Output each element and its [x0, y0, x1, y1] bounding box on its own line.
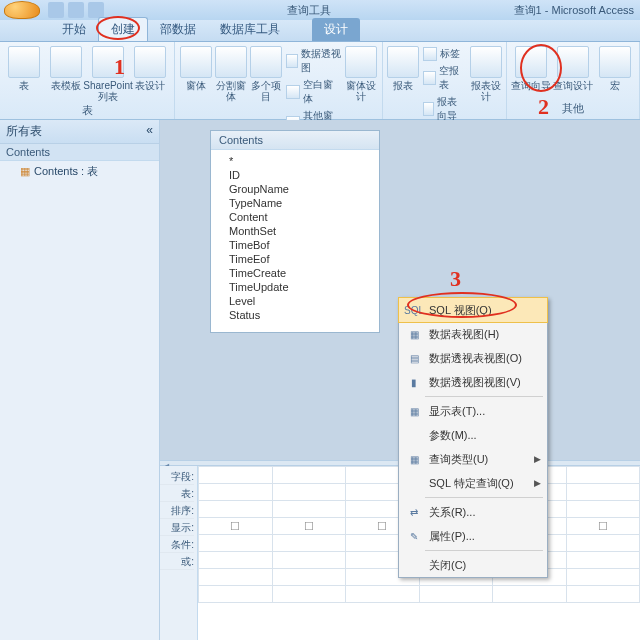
btn-table[interactable]: 表 [4, 44, 44, 102]
grid-cell[interactable] [199, 552, 273, 569]
tab-design[interactable]: 设计 [312, 18, 360, 41]
grid-cell[interactable] [199, 586, 273, 603]
grid-cell[interactable] [199, 484, 273, 501]
ctx-properties[interactable]: ✎属性(P)... [399, 524, 547, 548]
arrow-right-icon: ▶ [534, 478, 541, 488]
group-other: 查询向导 查询设计 宏 其他 [507, 42, 640, 119]
office-orb[interactable] [4, 1, 40, 19]
grid-cell[interactable] [493, 586, 567, 603]
grid-cell[interactable] [199, 535, 273, 552]
ctx-parameters[interactable]: 参数(M)... [399, 423, 547, 447]
field-item[interactable]: TimeEof [229, 252, 371, 266]
btn-blank-form[interactable]: 空白窗体 [284, 77, 343, 107]
ctx-sql-view[interactable]: SQLSQL 视图(Q) [398, 297, 548, 323]
field-item[interactable]: Status [229, 308, 371, 322]
grid-cell[interactable] [566, 467, 640, 484]
arrow-right-icon: ▶ [534, 454, 541, 464]
grid-cell[interactable] [566, 535, 640, 552]
grid-cell[interactable] [272, 569, 346, 586]
tab-external[interactable]: 部数据 [148, 18, 208, 41]
qat-redo-icon[interactable] [88, 2, 104, 18]
tab-start[interactable]: 开始 [50, 18, 98, 41]
ctx-pivotchart-view[interactable]: ▮数据透视图视图(V) [399, 370, 547, 394]
btn-labels[interactable]: 标签 [421, 46, 468, 62]
table-icon [8, 46, 40, 78]
grid-cell[interactable] [199, 518, 273, 535]
grid-cell[interactable] [566, 552, 640, 569]
qat-undo-icon[interactable] [68, 2, 84, 18]
field-item[interactable]: Content [229, 210, 371, 224]
grid-cell[interactable] [272, 535, 346, 552]
btn-report-design[interactable]: 报表设计 [470, 44, 502, 124]
multi-items-icon [250, 46, 282, 78]
qat-save-icon[interactable] [48, 2, 64, 18]
grid-cell[interactable] [566, 501, 640, 518]
btn-sharepoint[interactable]: SharePoint 列表 [88, 44, 128, 102]
labels-icon [423, 47, 437, 61]
report-icon [387, 46, 419, 78]
grid-cell[interactable] [272, 552, 346, 569]
query-design-icon [557, 46, 589, 78]
ctx-relationships[interactable]: ⇄关系(R)... [399, 500, 547, 524]
ctx-query-type[interactable]: ▦查询类型(U)▶ [399, 447, 547, 471]
field-item[interactable]: MonthSet [229, 224, 371, 238]
btn-query-design[interactable]: 查询设计 [553, 44, 593, 100]
nav-header[interactable]: 所有表« [0, 120, 159, 144]
sql-spec-icon [405, 475, 423, 491]
grid-cell[interactable] [346, 586, 420, 603]
grid-cell[interactable] [566, 569, 640, 586]
grid-cell[interactable] [566, 586, 640, 603]
separator [425, 396, 543, 397]
ctx-datasheet-view[interactable]: ▦数据表视图(H) [399, 322, 547, 346]
btn-report[interactable]: 报表 [387, 44, 419, 124]
btn-query-wizard[interactable]: 查询向导 [511, 44, 551, 100]
nav-group[interactable]: Contents [0, 144, 159, 161]
fieldlist-header: Contents [211, 131, 379, 150]
nav-item-contents[interactable]: Contents : 表 [0, 161, 159, 182]
fieldlist-contents[interactable]: Contents *IDGroupNameTypeNameContentMont… [210, 130, 380, 333]
btn-macro[interactable]: 宏 [595, 44, 635, 100]
title-right: 查询1 - Microsoft Access [514, 3, 640, 18]
grid-cell[interactable] [272, 501, 346, 518]
field-item[interactable]: GroupName [229, 182, 371, 196]
grid-cell[interactable] [272, 518, 346, 535]
field-item[interactable]: * [229, 154, 371, 168]
tab-dbtools[interactable]: 数据库工具 [208, 18, 292, 41]
field-item[interactable]: ID [229, 168, 371, 182]
ctx-show-table[interactable]: ▦显示表(T)... [399, 399, 547, 423]
blank-form-icon [286, 85, 299, 99]
grid-cell[interactable] [199, 467, 273, 484]
field-item[interactable]: TimeUpdate [229, 280, 371, 294]
field-item[interactable]: TypeName [229, 196, 371, 210]
btn-blank-report[interactable]: 空报表 [421, 63, 468, 93]
form-design-icon [345, 46, 377, 78]
ctx-close[interactable]: 关闭(C) [399, 553, 547, 577]
datasheet-icon: ▦ [405, 326, 423, 342]
btn-pivot-chart[interactable]: 数据透视图 [284, 46, 343, 76]
grid-cell[interactable] [419, 586, 493, 603]
grid-cell[interactable] [199, 569, 273, 586]
nav-pane: 所有表« Contents Contents : 表 [0, 120, 160, 640]
field-item[interactable]: TimeBof [229, 238, 371, 252]
grid-cell[interactable] [199, 501, 273, 518]
btn-table-design[interactable]: 表设计 [130, 44, 170, 102]
ctx-pivottable-view[interactable]: ▤数据透视表视图(O) [399, 346, 547, 370]
ctx-sql-specific[interactable]: SQL 特定查询(Q)▶ [399, 471, 547, 495]
grid-row-labels: 字段:表:排序:显示:条件:或: [160, 466, 198, 640]
blank-report-icon [423, 71, 436, 85]
grid-cell[interactable] [272, 484, 346, 501]
tab-create[interactable]: 创建 [98, 17, 148, 41]
group-tables: 表 表模板 SharePoint 列表 表设计 表 [0, 42, 175, 119]
ribbon: 表 表模板 SharePoint 列表 表设计 表 窗体 分割窗体 多个项目 数… [0, 42, 640, 120]
grid-cell[interactable] [272, 586, 346, 603]
grid-cell[interactable] [566, 518, 640, 535]
field-item[interactable]: Level [229, 294, 371, 308]
grid-cell[interactable] [272, 467, 346, 484]
params-icon [405, 427, 423, 443]
grid-row-label: 字段: [160, 468, 194, 485]
grid-cell[interactable] [566, 484, 640, 501]
title-center: 查询工具 [104, 3, 514, 18]
relation-icon: ⇄ [405, 504, 423, 520]
field-item[interactable]: TimeCreate [229, 266, 371, 280]
btn-table-template[interactable]: 表模板 [46, 44, 86, 102]
